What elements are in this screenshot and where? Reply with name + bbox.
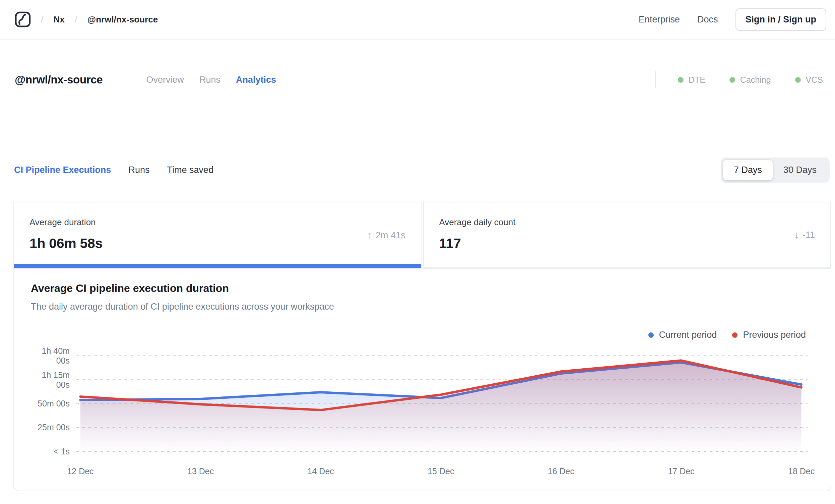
page-title: @nrwl/nx-source <box>15 74 103 86</box>
nx-cloud-logo-icon[interactable] <box>15 12 31 27</box>
x-axis-label: 15 Dec <box>428 466 454 476</box>
tab-runs[interactable]: Runs <box>199 75 221 85</box>
breadcrumb-item-org[interactable]: Nx <box>54 15 65 25</box>
stat-card-average-duration[interactable]: Average duration 1h 06m 58s ↑ 2m 41s <box>14 202 422 268</box>
selected-indicator-bar <box>14 264 421 268</box>
stats-row: Average duration 1h 06m 58s ↑ 2m 41s Ave… <box>14 202 831 268</box>
green-status-dot-icon <box>730 77 735 83</box>
badge-dte: DTE <box>678 75 705 85</box>
series-area-1 <box>80 361 801 451</box>
x-axis-label: 13 Dec <box>187 466 214 476</box>
subtab-time-saved[interactable]: Time saved <box>167 165 214 175</box>
feature-badges: DTE Caching VCS <box>655 71 826 88</box>
duration-area-chart: 1h 40m00s1h 15m00s50m 00s25m 00s< 1s12 D… <box>14 269 831 490</box>
workspace-titlebar: @nrwl/nx-source Overview Runs Analytics … <box>15 66 826 93</box>
page: / Nx / @nrwl/nx-source Enterprise Docs S… <box>0 0 835 504</box>
delta-value: -11 <box>802 230 815 240</box>
y-axis-label: 50m 00s <box>38 399 70 408</box>
y-axis-label: < 1s <box>54 447 70 456</box>
y-axis-label: 1h 40m00s <box>42 346 70 365</box>
badge-label: Caching <box>740 75 771 85</box>
tab-overview[interactable]: Overview <box>146 75 184 85</box>
stat-value: 117 <box>439 236 815 251</box>
analytics-subnav: CI Pipeline Executions Runs Time saved 7… <box>14 155 830 185</box>
range-option-30-days[interactable]: 30 Days <box>773 160 827 180</box>
x-axis-label: 18 Dec <box>788 466 815 476</box>
x-axis-label: 14 Dec <box>308 466 334 476</box>
analytics-subtabs: CI Pipeline Executions Runs Time saved <box>14 165 213 175</box>
tab-analytics[interactable]: Analytics <box>236 75 276 85</box>
header-actions: Enterprise Docs Sign in / Sign up <box>639 8 826 31</box>
subtab-ci-pipeline-executions[interactable]: CI Pipeline Executions <box>14 165 111 175</box>
subtab-runs[interactable]: Runs <box>129 165 150 175</box>
stat-delta: ↑ 2m 41s <box>367 229 405 241</box>
green-status-dot-icon <box>795 77 801 83</box>
arrow-down-icon: ↓ <box>794 229 799 241</box>
badge-label: DTE <box>689 75 705 85</box>
stat-value: 1h 06m 58s <box>29 236 405 251</box>
badge-label: VCS <box>806 75 823 85</box>
docs-link[interactable]: Docs <box>697 15 718 25</box>
stat-card-average-daily-count[interactable]: Average daily count 117 ↓ -11 <box>423 202 831 268</box>
top-header: / Nx / @nrwl/nx-source Enterprise Docs S… <box>0 0 835 40</box>
breadcrumb-separator: / <box>75 14 77 25</box>
stat-delta: ↓ -11 <box>794 229 815 241</box>
sign-in-button[interactable]: Sign in / Sign up <box>735 8 826 31</box>
title-divider <box>125 70 125 89</box>
arrow-up-icon: ↑ <box>367 229 372 241</box>
badge-vcs: VCS <box>795 75 823 85</box>
y-axis-label: 25m 00s <box>38 423 70 432</box>
range-option-7-days[interactable]: 7 Days <box>723 160 773 180</box>
breadcrumb: / Nx / @nrwl/nx-source <box>15 12 158 27</box>
x-axis-label: 17 Dec <box>668 466 694 476</box>
badge-caching: Caching <box>730 75 771 85</box>
x-axis-label: 12 Dec <box>67 466 94 476</box>
enterprise-link[interactable]: Enterprise <box>639 15 680 25</box>
green-status-dot-icon <box>678 77 684 83</box>
stat-label: Average duration <box>29 217 405 227</box>
y-axis-label: 1h 15m00s <box>42 370 70 389</box>
x-axis-label: 16 Dec <box>548 466 574 476</box>
delta-value: 2m 41s <box>375 230 405 241</box>
breadcrumb-separator: / <box>41 14 44 25</box>
date-range-toggle: 7 Days 30 Days <box>721 158 830 183</box>
duration-chart-card: Average CI pipeline execution duration T… <box>14 268 831 491</box>
workspace-tabs: Overview Runs Analytics <box>146 75 276 85</box>
badges-divider <box>655 71 656 88</box>
stat-label: Average daily count <box>439 217 815 227</box>
breadcrumb-item-workspace[interactable]: @nrwl/nx-source <box>87 15 158 25</box>
